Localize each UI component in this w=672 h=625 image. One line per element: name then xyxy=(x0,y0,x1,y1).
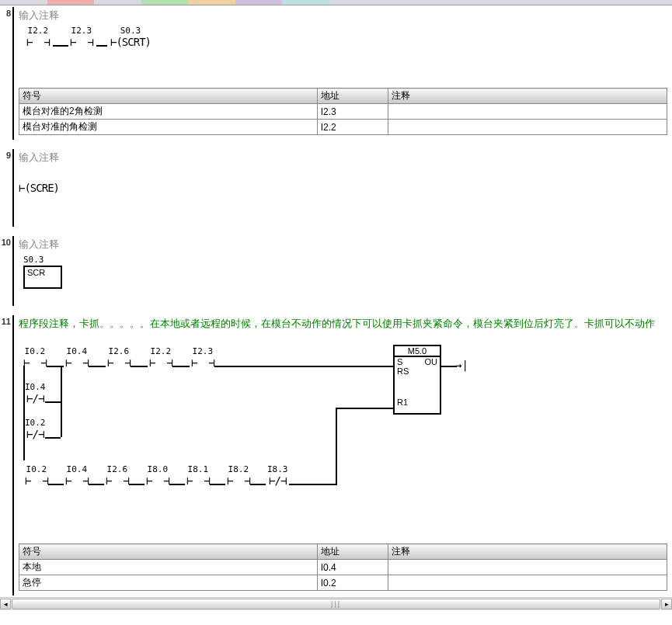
table-row[interactable]: 模台对准的角检测 I2.2 xyxy=(19,120,667,135)
contact-label: I8.1 xyxy=(186,464,210,474)
section-title[interactable]: 输入注释 xyxy=(19,236,672,255)
scrollbar-thumb[interactable]: ||| xyxy=(12,599,660,609)
contact-no-icon: ⊢ ⊣ xyxy=(106,474,129,487)
contact-no-icon: ⊢ ⊣ xyxy=(107,356,131,369)
contact-label: I0.2 xyxy=(25,418,46,428)
contact-no-icon: ⊢ ⊣ xyxy=(227,474,250,487)
contact-label: I0.2 xyxy=(25,464,48,474)
contact-no-icon: ⊢ ⊣ xyxy=(26,36,50,48)
contact-no-icon: ⊢ ⊣ xyxy=(149,356,172,369)
contact-no-icon: ⊢ ⊣ xyxy=(65,474,89,487)
symbol-table: 符号 地址 注释 本地 I0.4 急停 I0.2 xyxy=(19,543,667,591)
scr-box: SCR xyxy=(23,266,62,289)
section-8: 8 输入注释 I2.2 ⊢ ⊣ I2.3 ⊢ ⊣ S0.3 ⊢(SCRT) 符号… xyxy=(0,5,672,140)
section-number: 8 xyxy=(0,7,12,140)
contact-label: I0.2 xyxy=(23,346,47,356)
coil-scrt-icon: ⊢(SCRT) xyxy=(110,36,151,48)
section-10: 10 输入注释 S0.3 SCR xyxy=(0,234,672,306)
coil-scre-icon: ⊢(SCRE) xyxy=(19,182,59,194)
contact-no-icon: ⊢ ⊣ xyxy=(25,474,48,487)
section-11: 11 程序段注释，卡抓。。。。。在本地或者远程的时候，在模台不动作的情况下可以使… xyxy=(0,314,672,595)
contact-label: I8.0 xyxy=(146,464,169,474)
table-header-comment[interactable]: 注释 xyxy=(388,89,667,104)
table-header-address[interactable]: 地址 xyxy=(317,544,388,560)
contact-nc-icon: ⊢/⊣ xyxy=(25,392,46,405)
ladder-rung-9: ⊢(SCRE) xyxy=(19,168,672,207)
section-title[interactable]: 输入注释 xyxy=(19,7,672,26)
contact-label: I2.3 xyxy=(70,26,93,36)
scroll-left-icon[interactable]: ◂ xyxy=(0,599,11,609)
table-row[interactable]: 急停 I0.2 xyxy=(19,575,667,591)
contact-no-icon: ⊢ ⊣ xyxy=(23,356,47,369)
contact-label: I8.3 xyxy=(267,464,288,474)
coil-label: S0.3 xyxy=(110,26,151,36)
section-number: 9 xyxy=(0,149,12,227)
contact-label: I0.4 xyxy=(65,346,89,356)
ladder-rung-10: S0.3 SCR xyxy=(19,255,672,301)
arrow-right-icon: →| xyxy=(455,359,468,371)
contact-label: I2.3 xyxy=(191,346,214,356)
table-row[interactable]: 模台对准的2角检测 I2.3 xyxy=(19,104,667,120)
contact-nc-icon: ⊢/⊣ xyxy=(25,428,46,440)
table-header-address[interactable]: 地址 xyxy=(317,89,388,104)
contact-nc-icon: ⊢/⊣ xyxy=(267,474,288,487)
scroll-right-icon[interactable]: ▸ xyxy=(661,599,672,609)
contact-label: I2.6 xyxy=(106,464,129,474)
section-9: 9 输入注释 ⊢(SCRE) xyxy=(0,148,672,227)
contact-label: I0.4 xyxy=(65,464,89,474)
ladder-rung-11: I0.2 ⊢ ⊣ I0.4 ⊢ ⊣ I2.6 ⊢ ⊣ I2.2 ⊢ ⊣ I2.3 xyxy=(19,334,672,520)
table-header-symbol[interactable]: 符号 xyxy=(19,89,318,104)
contact-label: I2.2 xyxy=(26,26,50,36)
contact-no-icon: ⊢ ⊣ xyxy=(186,474,210,487)
contact-no-icon: ⊢ ⊣ xyxy=(70,36,93,48)
horizontal-scrollbar[interactable]: ◂ ||| ▸ xyxy=(0,597,672,610)
table-row[interactable]: 本地 I0.4 xyxy=(19,560,667,575)
scr-label: S0.3 xyxy=(23,255,44,265)
contact-no-icon: ⊢ ⊣ xyxy=(191,356,214,369)
section-title[interactable]: 输入注释 xyxy=(19,149,672,168)
contact-no-icon: ⊢ ⊣ xyxy=(146,474,169,487)
table-header-symbol[interactable]: 符号 xyxy=(19,544,318,560)
symbol-table: 符号 地址 注释 模台对准的2角检测 I2.3 模台对准的角检测 I2.2 xyxy=(19,88,667,135)
table-header-comment[interactable]: 注释 xyxy=(388,544,667,560)
rs-block-title: M5.0 xyxy=(395,346,440,357)
contact-label: I8.2 xyxy=(227,464,250,474)
tabs-strip xyxy=(0,0,672,5)
section-number: 11 xyxy=(0,315,12,595)
contact-label: I2.6 xyxy=(107,346,131,356)
contact-label: I0.4 xyxy=(25,382,46,392)
ladder-rung-8: I2.2 ⊢ ⊣ I2.3 ⊢ ⊣ S0.3 ⊢(SCRT) xyxy=(19,26,672,64)
section-title[interactable]: 程序段注释，卡抓。。。。。在本地或者远程的时候，在模台不动作的情况下可以使用卡抓… xyxy=(19,315,672,334)
section-number: 10 xyxy=(0,236,12,306)
contact-no-icon: ⊢ ⊣ xyxy=(65,356,89,369)
contact-label: I2.2 xyxy=(149,346,172,356)
rs-block: M5.0 SOU RS R1 xyxy=(393,345,441,415)
